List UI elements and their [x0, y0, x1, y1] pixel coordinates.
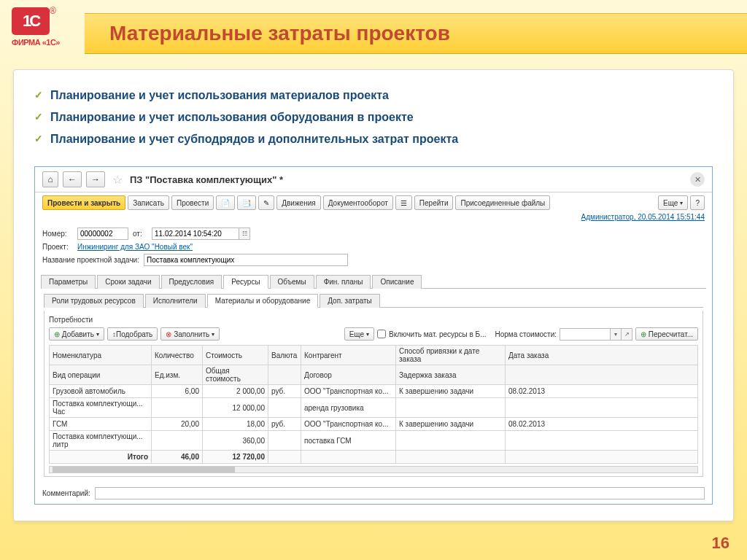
col-delay[interactable]: Задержка заказа	[396, 365, 506, 385]
save-button[interactable]: Записать	[128, 195, 169, 210]
col-cost[interactable]: Стоимость	[203, 346, 268, 365]
pick-button[interactable]: ↕ Подобрать	[107, 327, 158, 341]
bullet-item: Планирование и учет использования матери…	[34, 85, 713, 106]
number-label: Номер:	[42, 230, 73, 238]
post-button[interactable]: Провести	[171, 195, 214, 210]
col-orderdate[interactable]: Дата заказа	[506, 346, 698, 365]
col-unit[interactable]: Ед.изм.	[152, 365, 203, 385]
bullet-item: Планирование и учет субподрядов и дополн…	[34, 128, 713, 150]
project-label: Проект:	[42, 243, 73, 251]
col-totalcost[interactable]: Общая стоимость	[203, 365, 268, 385]
table-row[interactable]: Грузовой автомобиль6,002 000,00руб.ООО "…	[50, 385, 698, 398]
table-row[interactable]: ГСМ20,0018,00руб.ООО "Транспортная ко...…	[50, 418, 698, 431]
tab-params[interactable]: Параметры	[41, 275, 96, 289]
home-button[interactable]: ⌂	[42, 171, 58, 187]
main-tabs: Параметры Сроки задачи Предусловия Ресур…	[41, 274, 706, 289]
goto-button[interactable]: Перейти	[414, 195, 454, 210]
recalc-button[interactable]: ⊕ Пересчитат...	[635, 327, 698, 341]
materials-grid[interactable]: Номенклатура Количество Стоимость Валюта…	[49, 345, 698, 464]
project-link[interactable]: Инжиниринг для ЗАО "Новый век"	[77, 243, 193, 251]
close-button[interactable]: ✕	[690, 172, 705, 187]
table-row[interactable]: Поставка комплектующи... литр360,00поста…	[50, 431, 698, 451]
task-name-field[interactable]	[144, 254, 348, 266]
help-button[interactable]: ?	[690, 195, 705, 210]
tab-volumes[interactable]: Объемы	[270, 275, 314, 289]
calendar-icon[interactable]: ☷	[239, 228, 250, 240]
forward-button[interactable]: →	[86, 171, 105, 187]
sub-tabs: Роли трудовых ресурсов Исполнители Матер…	[44, 293, 703, 308]
list-icon-button[interactable]: ☰	[395, 195, 412, 210]
date-label: от:	[133, 230, 147, 238]
main-toolbar: Провести и закрыть Записать Провести 📄 📑…	[35, 192, 712, 213]
more-button[interactable]: Еще	[658, 195, 688, 210]
grid-toolbar: ⊕ Добавить ↕ Подобрать ⊗ Заполнить Еще В…	[49, 326, 698, 342]
comment-row: Комментарий:	[35, 483, 712, 504]
col-contractor[interactable]: Контрагент	[301, 346, 396, 365]
tab-extracosts[interactable]: Доп. затраты	[320, 294, 380, 308]
tab-materials[interactable]: Материалы и оборудование	[207, 294, 318, 308]
fill-button[interactable]: ⊗ Заполнить	[160, 327, 220, 341]
rate-dropdown-icon[interactable]: ▾	[611, 328, 622, 341]
bullet-list: Планирование и учет использования матери…	[34, 85, 713, 150]
include-resources-label: Включить мат. ресурсы в Б...	[389, 330, 486, 338]
table-row[interactable]: Поставка комплектующи... Час12 000,00аре…	[50, 398, 698, 418]
rate-open-icon[interactable]: ↗	[622, 328, 632, 341]
rate-label: Норма стоимости:	[495, 330, 557, 338]
content-panel: Планирование и учет использования матери…	[13, 69, 734, 521]
tab-resources[interactable]: Ресурсы	[223, 275, 268, 289]
tab-roles[interactable]: Роли трудовых ресурсов	[44, 294, 144, 308]
page-number: 16	[712, 534, 729, 553]
materials-panel: Потребности ⊕ Добавить ↕ Подобрать ⊗ Зап…	[44, 311, 703, 477]
col-binding[interactable]: Способ привязки к дате заказа	[396, 346, 506, 365]
comment-label: Комментарий:	[42, 489, 90, 497]
section-title: Потребности	[49, 314, 698, 326]
col-qty[interactable]: Количество	[152, 346, 203, 365]
page-title: Материальные затраты проектов	[109, 22, 450, 45]
edit-icon-button[interactable]: ✎	[258, 195, 274, 210]
page-header: Материальные затраты проектов	[85, 13, 747, 54]
tab-schedule[interactable]: Сроки задачи	[97, 275, 159, 289]
task-label: Название проектной задачи:	[42, 256, 139, 264]
titlebar: ⌂ ← → ☆ ПЗ "Поставка комплектующих" * ✕	[35, 167, 712, 192]
print-button[interactable]: 📄	[216, 195, 235, 210]
total-row: Итого46,0012 720,00	[50, 451, 698, 464]
report-button[interactable]: 📑	[237, 195, 256, 210]
col-contract[interactable]: Договор	[301, 365, 396, 385]
date-field[interactable]	[152, 228, 239, 240]
add-button[interactable]: ⊕ Добавить	[49, 327, 104, 341]
post-and-close-button[interactable]: Провести и закрыть	[42, 195, 125, 210]
number-field[interactable]	[77, 228, 128, 240]
window-title: ПЗ "Поставка комплектующих" *	[130, 174, 283, 185]
modified-by-link[interactable]: Администратор, 20.05.2014 15:51:44	[581, 213, 705, 221]
include-resources-checkbox[interactable]	[377, 330, 386, 338]
horizontal-scrollbar[interactable]	[49, 466, 698, 473]
col-currency[interactable]: Валюта	[268, 346, 301, 365]
movements-button[interactable]: Движения	[276, 195, 320, 210]
favorite-icon[interactable]: ☆	[112, 173, 123, 187]
grid-more-button[interactable]: Еще	[344, 327, 374, 341]
app-window: ⌂ ← → ☆ ПЗ "Поставка комплектующих" * ✕ …	[34, 166, 713, 505]
attached-files-button[interactable]: Присоединенные файлы	[455, 195, 550, 210]
col-operation[interactable]: Вид операции	[50, 365, 152, 385]
form-header: Номер: от: ☷ Проект: Инжиниринг для ЗАО …	[35, 224, 712, 270]
comment-field[interactable]	[95, 487, 705, 499]
rate-field[interactable]	[560, 328, 611, 341]
tab-finplans[interactable]: Фин. планы	[316, 275, 371, 289]
tab-description[interactable]: Описание	[372, 275, 422, 289]
col-nomenclature[interactable]: Номенклатура	[50, 346, 152, 365]
bullet-item: Планирование и учет использования оборуд…	[34, 106, 713, 128]
tab-preconditions[interactable]: Предусловия	[161, 275, 222, 289]
back-button[interactable]: ←	[63, 171, 82, 187]
tab-performers[interactable]: Исполнители	[145, 294, 206, 308]
brand-logo: 1C® ФИРМА «1С»	[12, 7, 85, 47]
docflow-button[interactable]: Документооборот	[323, 195, 393, 210]
